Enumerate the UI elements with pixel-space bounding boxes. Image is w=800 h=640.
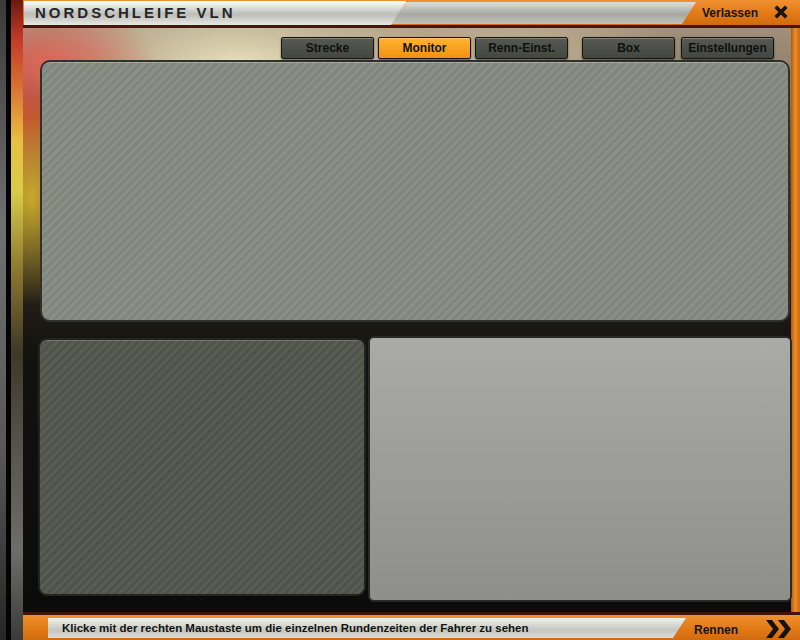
double-chevron-icon[interactable]	[764, 620, 792, 640]
camera-view-panel	[368, 336, 792, 602]
tab-box[interactable]: Box	[582, 37, 675, 59]
chat-panel	[38, 338, 366, 596]
tab-renn-einstellungen[interactable]: Renn-Einst.	[475, 37, 568, 59]
server-title: NORDSCHLEIFE VLN	[35, 4, 236, 21]
tab-strecke[interactable]: Strecke	[281, 37, 374, 59]
monitor-panel	[40, 60, 790, 322]
race-button[interactable]: Rennen	[694, 623, 738, 637]
tab-einstellungen[interactable]: Einstellungen	[681, 37, 774, 59]
hint-plate: Klicke mit der rechten Maustaste um die …	[48, 618, 686, 638]
close-icon[interactable]	[774, 5, 790, 21]
hint-text: Klicke mit der rechten Maustaste um die …	[62, 618, 529, 638]
tab-monitor[interactable]: Monitor	[378, 37, 471, 59]
title-bar: NORDSCHLEIFE VLN Verlassen	[23, 0, 800, 28]
game-lobby-window: NORDSCHLEIFE VLN Verlassen Strecke Monit…	[0, 0, 800, 640]
leave-button[interactable]: Verlassen	[702, 6, 758, 20]
footer-bar: Klicke mit der rechten Maustaste um die …	[23, 612, 800, 640]
right-frame-orange	[791, 0, 800, 640]
left-frame-color-strip	[11, 0, 23, 640]
